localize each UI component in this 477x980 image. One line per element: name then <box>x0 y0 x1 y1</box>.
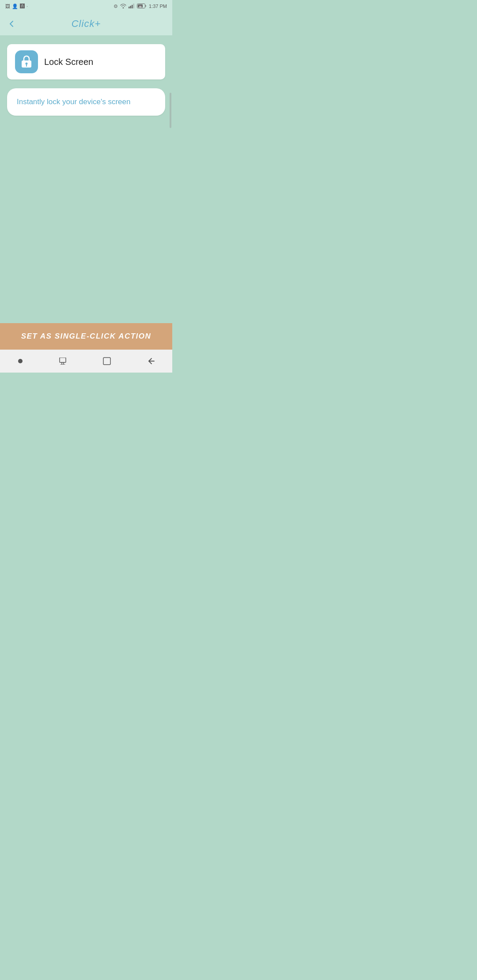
description-text: Instantly lock your device's screen <box>17 98 130 106</box>
back-nav-icon <box>147 358 155 365</box>
scrollbar-hint <box>170 93 171 128</box>
home-dot-icon <box>18 359 23 363</box>
status-time: 1:37 PM <box>149 4 167 9</box>
description-card: Instantly lock your device's screen <box>7 88 165 116</box>
back-button[interactable] <box>7 19 16 28</box>
svg-text:68: 68 <box>139 5 142 8</box>
recents-icon <box>58 358 67 365</box>
svg-text:0: 0 <box>26 62 27 65</box>
font-status-icon: 🅰 <box>20 4 25 9</box>
navigation-bar <box>0 350 172 373</box>
nav-home-button[interactable] <box>9 355 31 367</box>
bluetooth-icon: ⚙ <box>114 4 118 9</box>
svg-rect-1 <box>130 6 132 8</box>
dot-status-icon: · <box>26 4 28 9</box>
svg-rect-3 <box>133 4 135 8</box>
nav-recents-button[interactable] <box>49 354 76 368</box>
lock-icon-wrapper: 0 <box>15 50 38 73</box>
svg-rect-0 <box>129 7 130 8</box>
set-action-label: SET AS SINGLE-CLICK ACTION <box>21 332 151 341</box>
contact-status-icon: 👤 <box>12 4 18 9</box>
app-header: Click+ <box>0 12 172 35</box>
battery-icon: 68 <box>137 4 147 9</box>
main-content: 0 Lock Screen Instantly lock your device… <box>0 35 172 323</box>
status-bar: 🖼 👤 🅰 · ⚙ 68 <box>0 0 172 12</box>
wifi-icon <box>120 4 126 9</box>
lock-screen-card: 0 Lock Screen <box>7 44 165 79</box>
status-bar-right: ⚙ 68 1:37 PM <box>114 4 167 9</box>
svg-rect-11 <box>60 358 66 362</box>
lock-screen-title: Lock Screen <box>44 57 93 67</box>
set-action-button[interactable]: SET AS SINGLE-CLICK ACTION <box>0 323 172 350</box>
signal-icon <box>129 4 135 9</box>
nav-back-button[interactable] <box>138 354 163 368</box>
overview-icon <box>103 357 111 365</box>
nav-overview-button[interactable] <box>94 354 120 369</box>
status-bar-left: 🖼 👤 🅰 · <box>5 4 28 9</box>
app-title: Click+ <box>72 18 101 30</box>
svg-rect-2 <box>132 5 133 8</box>
image-status-icon: 🖼 <box>5 4 10 9</box>
lock-icon: 0 <box>19 55 34 69</box>
svg-rect-15 <box>103 358 110 365</box>
